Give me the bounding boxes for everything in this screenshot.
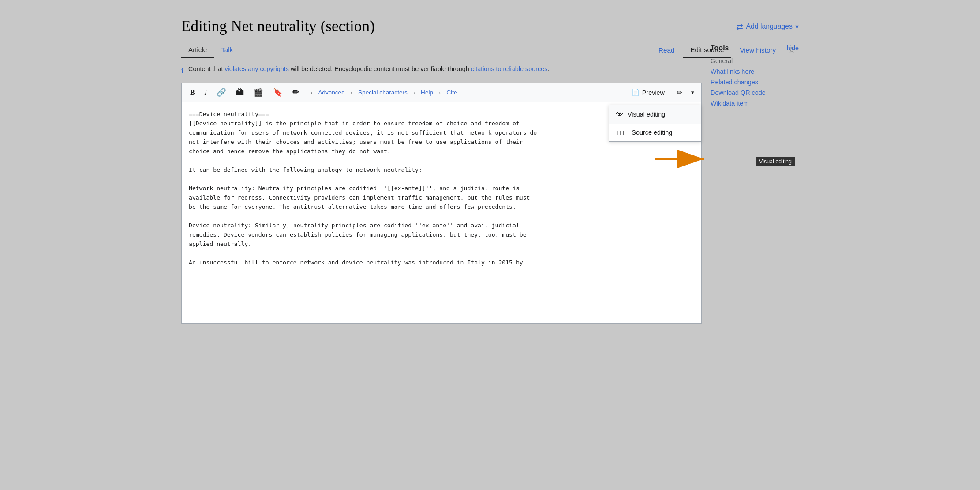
info-text-after: . [547, 65, 549, 72]
toolbar-separator-1 [307, 88, 307, 97]
add-languages-label: Add languages [746, 23, 793, 30]
preview-icon: 📄 [632, 89, 640, 96]
help-button[interactable]: Help [417, 87, 437, 98]
tooltip-visual-editing: Visual editing [756, 157, 795, 166]
template-button[interactable]: 🔖 [269, 86, 287, 99]
cite-button[interactable]: Cite [442, 87, 461, 98]
tab-article[interactable]: Article [181, 42, 214, 58]
source-editing-label: Source editing [632, 129, 672, 136]
tools-hide-button[interactable]: hide [787, 45, 799, 52]
info-text: Content that violates any copyrights wil… [188, 65, 549, 72]
pencil-icon: ✏ [292, 88, 299, 97]
dropdown-visual-editing[interactable]: 👁 Visual editing [609, 105, 701, 124]
preview-button[interactable]: 📄 Preview [626, 86, 670, 99]
toolbar-right: 📄 Preview ✏ ▾ [626, 86, 697, 99]
tools-general-label: General [711, 57, 799, 64]
toolbar-arrow-2: › [351, 89, 352, 96]
toolbar-arrow-3: › [413, 89, 415, 96]
editor-box: B I 🔗 🏔 🎬 🔖 ✏ › Advance [181, 83, 702, 324]
eye-icon: 👁 [616, 110, 623, 118]
tools-panel: Tools hide General What links here Relat… [711, 44, 799, 110]
translate-icon: ⇄ [736, 22, 743, 32]
chevron-down-icon: ▾ [795, 23, 799, 31]
info-icon: ℹ [181, 66, 184, 75]
edit-mode-dropdown-button[interactable]: ▾ [688, 87, 697, 98]
add-languages-button[interactable]: ⇄ Add languages ▾ [736, 22, 799, 32]
dropdown-source-editing[interactable]: [[]] Source editing [609, 124, 701, 141]
tab-read[interactable]: Read [651, 43, 681, 57]
tool-related-changes[interactable]: Related changes [711, 79, 799, 86]
italic-button[interactable]: I [201, 87, 211, 99]
copyrights-link[interactable]: violates any copyrights [224, 65, 289, 72]
tabs-left: Article Talk [181, 42, 240, 58]
toolbar-arrow-4: › [439, 89, 441, 96]
page-title: Editing Net neutrality (section) [181, 18, 375, 35]
edit-dropdown-popup: 👁 Visual editing [[]] Source editing [609, 105, 701, 142]
pencil-button[interactable]: ✏ [288, 86, 303, 99]
toolbar-arrow-1: › [310, 89, 312, 96]
image-icon: 🏔 [236, 88, 244, 97]
source-icon: [[]] [616, 130, 627, 135]
preview-label: Preview [642, 89, 665, 96]
edit-mode-button[interactable]: ✏ [673, 86, 686, 99]
special-characters-button[interactable]: Special characters [354, 87, 411, 98]
tab-talk[interactable]: Talk [214, 42, 240, 58]
link-button[interactable]: 🔗 [213, 86, 230, 99]
tabs-row: Article Talk Read Edit source View histo… [181, 42, 799, 58]
tool-what-links-here[interactable]: What links here [711, 68, 799, 75]
template-icon: 🔖 [273, 88, 283, 97]
media-icon: 🎬 [254, 88, 263, 97]
bold-button[interactable]: B [186, 87, 199, 99]
info-text-before: Content that [188, 65, 224, 72]
editor-toolbar: B I 🔗 🏔 🎬 🔖 ✏ › Advance [182, 83, 701, 102]
tool-wikidata-item[interactable]: Wikidata item [711, 100, 799, 107]
content-area: ℹ Content that violates any copyrights w… [181, 65, 702, 324]
tools-header: Tools hide [711, 44, 799, 52]
edit-pencil-icon: ✏ [677, 89, 682, 96]
visual-editing-label: Visual editing [628, 111, 665, 118]
tool-download-qr[interactable]: Download QR code [711, 89, 799, 96]
tools-title: Tools [711, 44, 729, 52]
page-title-row: Editing Net neutrality (section) ⇄ Add l… [181, 18, 799, 35]
citations-link[interactable]: citations to reliable sources [471, 65, 548, 72]
image-button[interactable]: 🏔 [232, 86, 248, 99]
link-icon: 🔗 [217, 88, 226, 97]
media-button[interactable]: 🎬 [250, 86, 267, 99]
info-text-middle: will be deleted. Encyclopedic content mu… [289, 65, 471, 72]
advanced-button[interactable]: Advanced [314, 87, 348, 98]
page-wrapper: Editing Net neutrality (section) ⇄ Add l… [181, 18, 799, 324]
info-banner: ℹ Content that violates any copyrights w… [181, 65, 702, 75]
